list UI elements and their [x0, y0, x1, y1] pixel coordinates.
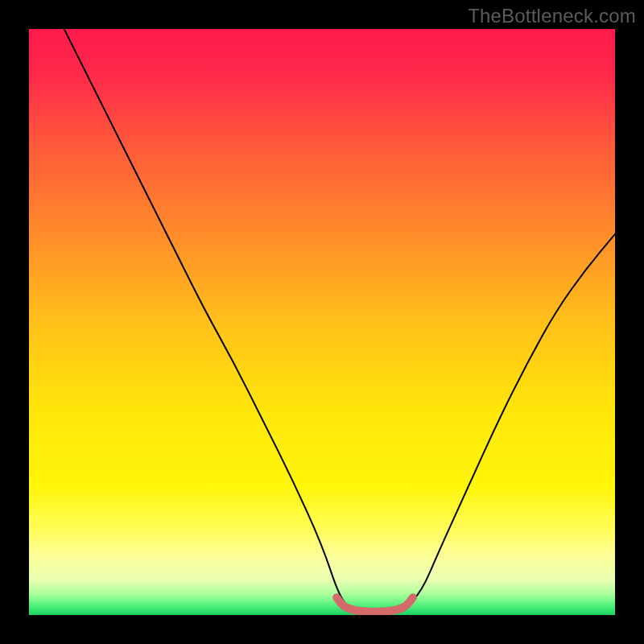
bottleneck-curve	[64, 29, 615, 612]
curve-layer	[29, 29, 615, 615]
watermark-text: TheBottleneck.com	[468, 5, 636, 27]
highlight-band	[336, 597, 413, 611]
plot-area	[29, 29, 615, 615]
chart-frame: TheBottleneck.com	[0, 0, 644, 644]
